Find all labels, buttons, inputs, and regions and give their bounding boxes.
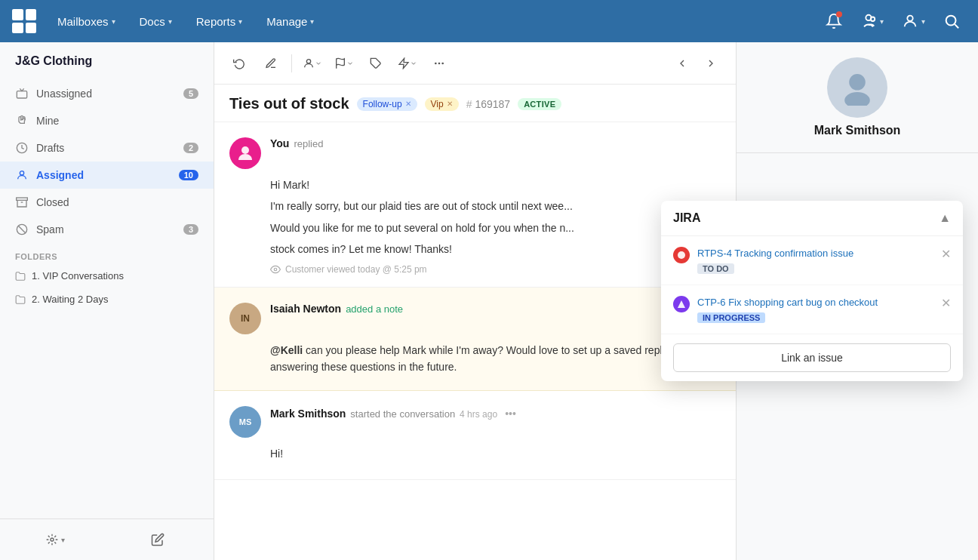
customer-viewed-indicator: Customer viewed today @ 5:25 pm: [270, 264, 721, 275]
notification-dot: [836, 11, 842, 17]
nav-docs-label: Docs: [140, 15, 165, 28]
prev-conversation-button[interactable]: [669, 51, 695, 76]
svg-point-23: [844, 92, 870, 106]
svg-point-18: [438, 63, 439, 63]
folder-waiting-label: 2. Waiting 2 Days: [32, 294, 108, 305]
nav-mailboxes[interactable]: Mailboxes ▾: [48, 9, 125, 34]
svg-marker-16: [399, 58, 408, 68]
jira-header: JIRA ▲: [661, 201, 963, 236]
assign-button[interactable]: [300, 51, 325, 76]
gear-icon: [46, 534, 58, 546]
sender-you: You: [270, 137, 289, 149]
sidebar-item-assigned[interactable]: Assigned 10: [0, 162, 214, 189]
folder-waiting[interactable]: 2. Waiting 2 Days: [0, 288, 214, 311]
toolbar-separator-1: [291, 54, 292, 72]
badge-vip-label: Vip: [431, 99, 444, 109]
jira-collapse-button[interactable]: ▲: [939, 211, 951, 225]
message-body-1: Hi Mark! I'm really sorry, but our plaid…: [270, 177, 721, 258]
sidebar-spam-label: Spam: [36, 223, 176, 235]
notifications-button[interactable]: [820, 7, 848, 35]
edit-button[interactable]: [258, 51, 284, 76]
svg-point-22: [849, 74, 866, 91]
folder-icon: [15, 271, 26, 282]
sidebar-item-mine[interactable]: Mine: [0, 107, 214, 134]
message-meta-3: Mark Smithson started the conversation 4…: [270, 406, 721, 421]
avatar-you: [229, 137, 261, 169]
more-button[interactable]: [426, 51, 452, 76]
msg-line-4: stock comes in? Let me know! Thanks!: [270, 241, 721, 257]
clock-icon: [15, 141, 29, 155]
settings-button[interactable]: ▾: [6, 525, 106, 554]
sidebar-item-drafts[interactable]: Drafts 2: [0, 134, 214, 162]
status-button[interactable]: [331, 51, 357, 76]
note-body: @Kelli can you please help Mark while I'…: [270, 342, 721, 376]
conversation-toolbar: [214, 42, 736, 85]
message-more-button[interactable]: •••: [502, 406, 519, 421]
message-sender-row-3: Mark Smithson started the conversation 4…: [270, 406, 721, 421]
eye-icon: [270, 264, 281, 275]
customer-avatar: [827, 57, 887, 118]
link-issue-button[interactable]: Link an issue: [673, 343, 951, 372]
sidebar-item-closed[interactable]: Closed: [0, 189, 214, 216]
user-icon: [902, 13, 918, 29]
nav-reports[interactable]: Reports ▾: [187, 9, 252, 34]
inbox-icon: [15, 87, 29, 100]
nav-manage-label: Manage: [266, 15, 307, 28]
jira-item-1: RTPS-4 Tracking confirmation issue TO DO…: [661, 236, 963, 285]
svg-rect-5: [17, 91, 26, 98]
undo-button[interactable]: [226, 51, 252, 76]
sidebar-assigned-count: 10: [179, 170, 198, 180]
nav-docs-chevron: ▾: [168, 17, 172, 26]
flag-icon: [334, 57, 346, 69]
message-body-3: Hi!: [270, 445, 721, 462]
jira-item-close-1[interactable]: ✕: [941, 247, 951, 261]
next-conversation-button[interactable]: [698, 51, 724, 76]
nav-reports-label: Reports: [196, 15, 236, 28]
sidebar-company-name: J&G Clothing: [0, 42, 214, 77]
svg-marker-25: [678, 300, 685, 308]
main-layout: J&G Clothing Unassigned 5 Mine: [0, 42, 978, 560]
conversation-title: Ties out of stock: [229, 95, 349, 112]
badge-followup-close[interactable]: ✕: [405, 100, 411, 108]
svg-rect-8: [17, 198, 28, 200]
badge-vip: Vip ✕: [425, 97, 459, 111]
search-button[interactable]: [937, 7, 966, 35]
nav-docs[interactable]: Docs ▾: [131, 9, 181, 34]
conversation-id: # 169187: [466, 98, 510, 110]
jira-icon-1: [673, 247, 690, 263]
lightning-button[interactable]: [395, 51, 420, 76]
you-avatar-icon: [236, 144, 254, 162]
nav-manage[interactable]: Manage ▾: [257, 9, 323, 34]
message-header-3: MS Mark Smithson started the conversatio…: [229, 406, 721, 438]
assign-chevron-icon: [315, 60, 322, 67]
edit-icon: [265, 57, 277, 69]
nav-reports-chevron: ▾: [238, 17, 242, 26]
jira-item-close-2[interactable]: ✕: [941, 296, 951, 310]
status-chevron-icon: [346, 60, 354, 67]
jira-item-link-2[interactable]: CTP-6 Fix shopping cart bug on checkout: [697, 296, 933, 309]
jira-status-1: TO DO: [697, 263, 734, 274]
nav-arrows: [669, 51, 724, 76]
sidebar-assigned-label: Assigned: [36, 169, 171, 181]
sender-mark: Mark Smithson: [270, 408, 346, 420]
top-nav: Mailboxes ▾ Docs ▾ Reports ▾ Manage ▾ ▾ …: [0, 0, 978, 42]
jira-status-2: IN PROGRESS: [697, 312, 765, 323]
team-menu-button[interactable]: ▾: [854, 7, 890, 35]
folder-vip-label: 1. VIP Conversations: [32, 270, 124, 282]
hash-symbol: #: [466, 98, 475, 110]
action-note: added a note: [346, 303, 403, 315]
compose-button[interactable]: [109, 525, 208, 554]
lightning-icon: [398, 57, 410, 69]
label-button[interactable]: [363, 51, 389, 76]
more-icon: [433, 57, 445, 69]
sidebar-item-unassigned[interactable]: Unassigned 5: [0, 80, 214, 107]
customer-name: Mark Smithson: [814, 124, 901, 137]
sidebar-item-spam[interactable]: Spam 3: [0, 216, 214, 243]
user-menu-button[interactable]: ▾: [896, 7, 931, 35]
sender-isaiah: Isaiah Newton: [270, 303, 341, 315]
msg-line-1: Hi Mark!: [270, 177, 721, 193]
jira-item-link-1[interactable]: RTPS-4 Tracking confirmation issue: [697, 247, 933, 260]
folder-vip[interactable]: 1. VIP Conversations: [0, 264, 214, 288]
jira-icon-2: [673, 296, 690, 312]
badge-vip-close[interactable]: ✕: [447, 100, 453, 108]
